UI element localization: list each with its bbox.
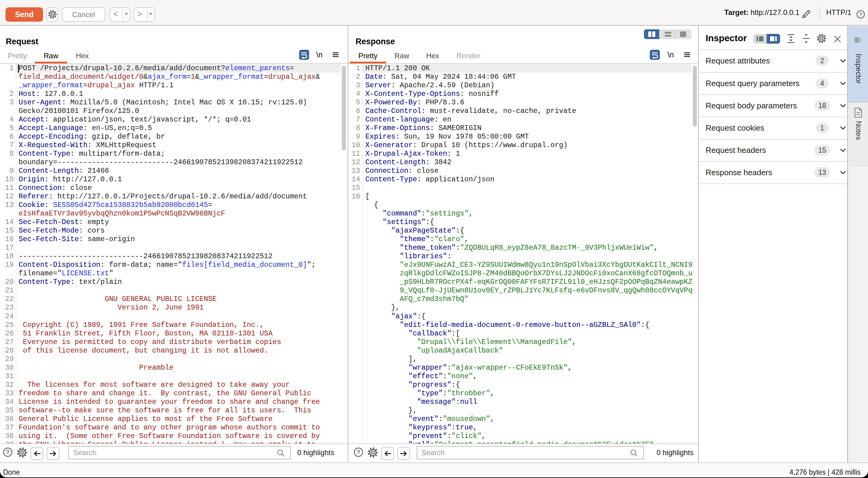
- svg-text:?: ?: [357, 449, 361, 455]
- svg-text:?: ?: [6, 449, 10, 455]
- svg-text:?: ?: [859, 11, 863, 18]
